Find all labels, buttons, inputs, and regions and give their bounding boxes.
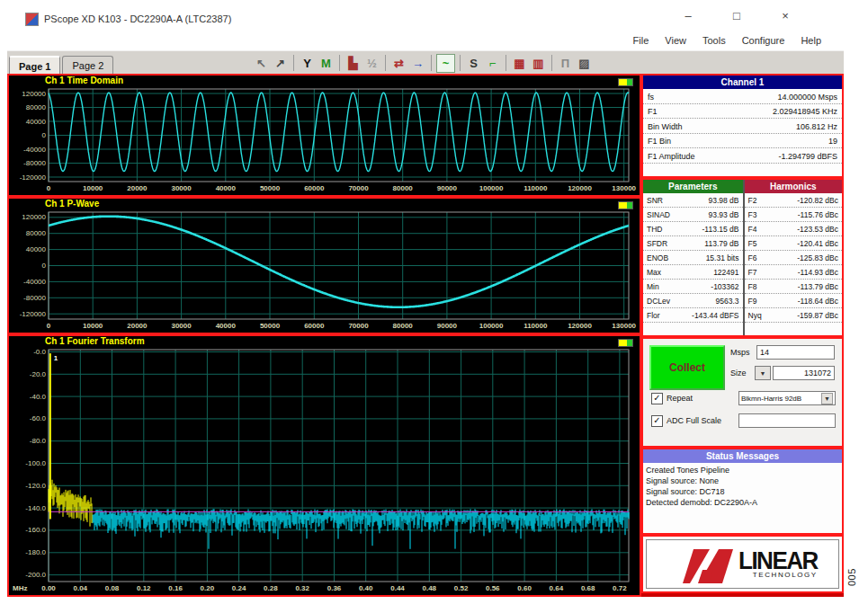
svg-text:120000: 120000: [568, 322, 592, 330]
harmonics-header: Harmonics: [745, 180, 843, 193]
trace-legend-chip: [618, 201, 633, 209]
adc-full-scale-input[interactable]: [738, 413, 836, 428]
svg-text:60000: 60000: [304, 184, 325, 192]
maximize-button[interactable]: □: [728, 9, 746, 22]
size-dropdown-icon[interactable]: ▼: [755, 366, 771, 380]
harmonic-row: F3-115.76 dBc: [745, 208, 843, 222]
tab-page-2[interactable]: Page 2: [62, 56, 113, 75]
advance-icon[interactable]: →: [409, 55, 426, 72]
svg-text:120000: 120000: [568, 184, 592, 192]
svg-text:0: 0: [42, 262, 47, 270]
size-label: Size: [730, 369, 747, 378]
svg-text:40000: 40000: [26, 118, 47, 126]
parameters-header: Parameters: [643, 180, 743, 193]
status-section: Status Messages Created Tones Pipeline S…: [641, 448, 844, 535]
channel-row: fs14.000000 Msps: [643, 89, 842, 104]
menu-tools[interactable]: Tools: [694, 33, 734, 48]
svg-text:120000: 120000: [22, 90, 46, 98]
tab-toolbar-row: Page 1 Page 2 ↖↗YM▙½⇄→~S⌐▦▥Π▨: [7, 50, 844, 75]
rotate-icon[interactable]: S: [465, 55, 482, 72]
svg-text:0.52: 0.52: [454, 584, 469, 592]
svg-text:80000: 80000: [393, 184, 414, 192]
time-domain-chart[interactable]: 12000080000400000-40000-80000-1200000100…: [9, 85, 640, 193]
menu-help[interactable]: Help: [792, 33, 829, 48]
window-function-select[interactable]: Blkmn-Harris 92dB ▼: [738, 391, 836, 405]
repeat-label: Repeat: [667, 394, 693, 403]
p-wave-chart[interactable]: 12000080000400000-40000-80000-1200000100…: [9, 209, 640, 331]
svg-text:0: 0: [47, 184, 51, 192]
svg-text:10000: 10000: [83, 184, 103, 192]
status-line: Signal source: None: [646, 475, 839, 486]
histogram-icon[interactable]: M: [318, 55, 335, 72]
svg-text:100000: 100000: [479, 322, 504, 330]
harmonic-row: F2-120.82 dBc: [745, 193, 843, 208]
export-plot-icon[interactable]: ▨: [576, 55, 593, 72]
svg-text:10000: 10000: [83, 322, 103, 330]
svg-text:0.28: 0.28: [264, 584, 278, 592]
time-domain-title: Ch 1 Time Domain: [45, 76, 123, 85]
harmonic-row: Nyq-159.87 dBc: [745, 308, 843, 323]
status-line: Signal source: DC718: [646, 486, 839, 497]
trace-legend-chip: [618, 339, 633, 347]
svg-text:130000: 130000: [612, 184, 636, 192]
harmonic-row: F7-114.93 dBc: [745, 265, 843, 280]
svg-text:110000: 110000: [523, 322, 548, 330]
select-tool-icon[interactable]: ↗: [272, 55, 289, 72]
right-panel: Channel 1 fs14.000000 Msps F12.029418945…: [641, 74, 844, 597]
svg-text:0.64: 0.64: [550, 584, 564, 592]
parameter-row: SINAD93.93 dB: [643, 208, 743, 222]
half-scale-icon[interactable]: ½: [363, 55, 380, 72]
svg-text:-80000: -80000: [23, 159, 46, 167]
signal-path-icon[interactable]: ~: [436, 54, 455, 73]
region-icon[interactable]: ⌐: [484, 55, 501, 72]
minimize-button[interactable]: –: [679, 9, 697, 22]
measurements-section: Parameters SNR93.98 dB SINAD93.93 dB THD…: [641, 178, 844, 337]
svg-text:1: 1: [54, 354, 58, 362]
adc-full-scale-label: ADC Full Scale: [667, 416, 721, 425]
bar-chart-icon[interactable]: ▙: [345, 55, 362, 72]
svg-text:0.72: 0.72: [613, 584, 627, 592]
tab-page-1[interactable]: Page 1: [9, 56, 60, 75]
harmonic-row: F4-123.53 dBc: [745, 222, 843, 236]
status-header: Status Messages: [643, 449, 842, 463]
adc-full-scale-checkbox[interactable]: ✓: [651, 415, 663, 427]
toolbar-separator: [293, 55, 294, 71]
repeat-checkbox[interactable]: ✓: [651, 393, 663, 404]
parameter-row: Flor-143.44 dBFS: [643, 308, 743, 323]
svg-text:-60.0: -60.0: [30, 414, 47, 422]
status-line: Created Tones Pipeline: [646, 465, 839, 475]
parameter-row: Max122491: [643, 265, 743, 280]
svg-text:0: 0: [47, 322, 51, 330]
figure-number: 005: [846, 568, 857, 586]
layers-icon[interactable]: ▥: [530, 55, 547, 72]
menu-file[interactable]: File: [625, 33, 658, 48]
svg-text:-80.0: -80.0: [30, 437, 47, 445]
fourier-chart[interactable]: -0.0-20.0-40.0-60.0-80.0-100.0-120.0-140…: [9, 346, 640, 593]
menu-configure[interactable]: Configure: [734, 33, 793, 48]
size-value[interactable]: 131072: [773, 366, 835, 380]
y-scale-icon[interactable]: Y: [299, 55, 316, 72]
close-button[interactable]: ×: [776, 9, 794, 22]
menu-bar: File View Tools Configure Help: [7, 31, 844, 50]
logo-section: LINEAR TECHNOLOGY: [641, 535, 844, 593]
svg-text:-40000: -40000: [23, 146, 46, 154]
pulse-icon[interactable]: Π: [557, 55, 574, 72]
svg-text:0.04: 0.04: [74, 584, 88, 592]
menu-view[interactable]: View: [657, 33, 694, 48]
parameter-row: DCLev9563.3: [643, 294, 743, 308]
overlay-icon[interactable]: ▦: [511, 55, 528, 72]
collapse-x-icon[interactable]: ⇄: [390, 55, 407, 72]
parameter-row: THD-113.15 dB: [643, 222, 743, 236]
channel-row: F1 Amplitude-1.294799 dBFS: [643, 148, 842, 164]
channel-row: F1 Bin19: [643, 134, 842, 149]
pan-tool-icon[interactable]: ↖: [253, 55, 270, 72]
msps-input[interactable]: [756, 345, 835, 360]
parameter-row: ENOB15.31 bits: [643, 251, 743, 265]
svg-text:-0.0: -0.0: [33, 348, 46, 356]
svg-text:0.12: 0.12: [137, 584, 151, 592]
svg-text:110000: 110000: [523, 184, 548, 192]
status-line: Detected demobd: DC2290A-A: [646, 497, 839, 508]
parameter-row: SNR93.98 dB: [643, 193, 743, 208]
collect-button[interactable]: Collect: [649, 345, 725, 390]
msps-label: Msps: [730, 348, 750, 357]
